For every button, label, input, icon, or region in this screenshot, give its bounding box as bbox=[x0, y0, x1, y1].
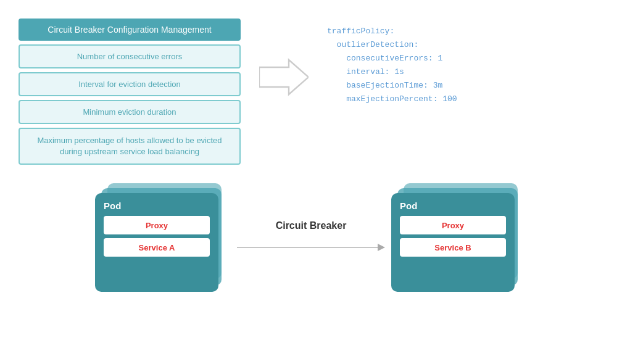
left-panel: Circuit Breaker Configuration Management… bbox=[19, 19, 241, 165]
proxy-box-left: Proxy bbox=[104, 216, 210, 234]
pod-card-right: Pod Proxy Service B bbox=[391, 193, 515, 292]
code-line-4: interval: 1s bbox=[327, 65, 603, 79]
code-line-2: outlierDetection: bbox=[327, 38, 603, 52]
code-panel: trafficPolicy: outlierDetection: consecu… bbox=[327, 19, 603, 107]
pod-group-right: Pod Proxy Service B bbox=[391, 183, 527, 288]
svg-marker-0 bbox=[259, 60, 309, 94]
code-line-6: maxEjectionPercent: 100 bbox=[327, 93, 603, 106]
service-text-left: Service A bbox=[139, 243, 175, 252]
title-box: Circuit Breaker Configuration Management bbox=[19, 19, 241, 41]
arrowhead-icon bbox=[378, 244, 385, 251]
arrow-line bbox=[237, 244, 385, 251]
bottom-section: Pod Proxy Service A Circuit Breaker Pod bbox=[0, 177, 622, 294]
config-item-2: Interval for eviction detection bbox=[19, 72, 241, 96]
line-left bbox=[237, 247, 378, 248]
pod-label-left: Pod bbox=[104, 201, 210, 211]
title-text: Circuit Breaker Configuration Management bbox=[48, 25, 211, 35]
pod-group-left: Pod Proxy Service A bbox=[95, 183, 231, 288]
pod-label-right: Pod bbox=[400, 201, 506, 211]
circuit-breaker-label: Circuit Breaker bbox=[262, 220, 360, 231]
proxy-text-right: Proxy bbox=[442, 221, 464, 230]
svg-marker-1 bbox=[378, 244, 385, 251]
middle-section: Circuit Breaker bbox=[231, 220, 391, 251]
proxy-box-right: Proxy bbox=[400, 216, 506, 234]
service-box-left: Service A bbox=[104, 238, 210, 257]
pod-card-left: Pod Proxy Service A bbox=[95, 193, 218, 292]
config-item-1: Number of consecutive errors bbox=[19, 44, 241, 68]
right-arrow-icon bbox=[259, 56, 309, 99]
service-box-right: Service B bbox=[400, 238, 506, 257]
config-item-3: Minimum eviction duration bbox=[19, 100, 241, 124]
service-text-right: Service B bbox=[434, 243, 471, 252]
config-item-4: Maximum percentage of hosts allowed to b… bbox=[19, 128, 241, 165]
arrow-container bbox=[253, 19, 315, 99]
top-section: Circuit Breaker Configuration Management… bbox=[0, 0, 622, 171]
code-line-3: consecutiveErrors: 1 bbox=[327, 52, 603, 65]
code-line-5: baseEjectionTime: 3m bbox=[327, 79, 603, 93]
proxy-text-left: Proxy bbox=[146, 221, 168, 230]
code-line-1: trafficPolicy: bbox=[327, 25, 603, 38]
